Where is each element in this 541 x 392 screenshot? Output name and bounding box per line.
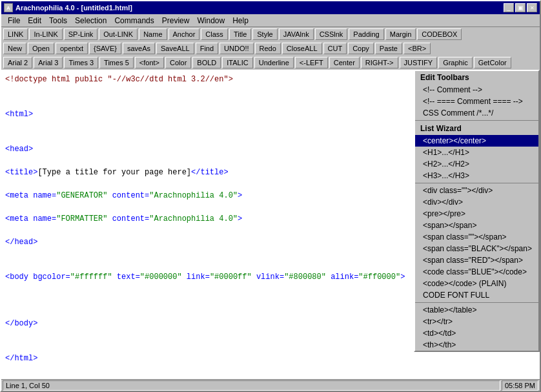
close-button[interactable]: ✕ — [527, 3, 537, 12]
btn-margin[interactable]: Margin — [385, 28, 416, 40]
btn-saveas[interactable]: saveAs — [123, 43, 155, 54]
btn-in-link[interactable]: In-LINK — [29, 28, 62, 40]
btn-style[interactable]: Style — [252, 28, 277, 40]
btn-times3[interactable]: Times 3 — [64, 57, 98, 68]
status-time: 05:58 PM — [502, 380, 538, 391]
menu-commands[interactable]: Commands — [110, 15, 158, 26]
ctx-item-pre[interactable]: <pre></pre> — [415, 208, 538, 220]
ctx-item-code-plain[interactable]: <code></code> (PLAIN) — [415, 278, 538, 289]
btn-bold[interactable]: BOLD — [192, 57, 221, 68]
ctx-item-code-blue[interactable]: <code class="BLUE"></code> — [415, 266, 538, 278]
btn-color[interactable]: Color — [165, 57, 191, 68]
btn-out-link[interactable]: Out-LINK — [99, 28, 138, 40]
btn-times5[interactable]: Times 5 — [99, 57, 134, 68]
btn-arial2[interactable]: Arial 2 — [3, 57, 32, 68]
ctx-item-span[interactable]: <span></span> — [415, 220, 538, 231]
btn-italic[interactable]: ITALIC — [222, 57, 252, 68]
title-bar: A Arachnophilia 4.0 - [untitled1.html] _… — [1, 1, 540, 14]
toolbar-row-2: New Open opentxt {SAVE} saveAs SaveALL F… — [1, 41, 540, 56]
menu-preview[interactable]: Preview — [158, 15, 194, 26]
restore-button[interactable]: ▣ — [515, 3, 526, 12]
menu-edit[interactable]: Edit — [24, 15, 45, 26]
btn-save[interactable]: {SAVE} — [89, 43, 121, 54]
btn-undo[interactable]: UNDO!! — [219, 43, 254, 54]
toolbar-row-1: LINK In-LINK SP-Link Out-LINK Name Ancho… — [1, 27, 540, 41]
btn-javalnk[interactable]: JAVAlnk — [279, 28, 314, 40]
btn-font[interactable]: <font> — [135, 57, 164, 68]
btn-center[interactable]: Center — [329, 57, 360, 68]
ctx-item-h2[interactable]: <H2>...</H2> — [415, 158, 538, 170]
btn-opentxt[interactable]: opentxt — [56, 43, 88, 54]
main-window: A Arachnophilia 4.0 - [untitled1.html] _… — [0, 0, 541, 392]
btn-name[interactable]: Name — [139, 28, 167, 40]
btn-sp-link[interactable]: SP-Link — [64, 28, 98, 40]
menu-help[interactable]: Help — [229, 15, 252, 26]
btn-arial3[interactable]: Arial 3 — [34, 57, 63, 68]
btn-padding[interactable]: Padding — [349, 28, 383, 40]
btn-csslnk[interactable]: CSSlnk — [315, 28, 348, 40]
minimize-button[interactable]: _ — [504, 3, 514, 12]
editor-line-16: </html> — [5, 353, 536, 364]
ctx-item-span-red[interactable]: <span class="RED"></span> — [415, 254, 538, 266]
btn-copy[interactable]: Copy — [348, 43, 374, 54]
ctx-item-css-comment[interactable]: CSS Comment /*...*/ — [415, 107, 538, 119]
btn-saveall[interactable]: SaveALL — [156, 43, 194, 54]
btn-underline[interactable]: Underline — [254, 57, 294, 68]
btn-br[interactable]: <BR> — [403, 43, 431, 54]
ctx-item-tr[interactable]: <tr></tr> — [415, 316, 538, 327]
ctx-item-span-class[interactable]: <span class=""></span> — [415, 231, 538, 243]
status-bar: Line 1, Col 50 05:58 PM — [1, 379, 540, 391]
ctx-sep-3 — [415, 302, 538, 303]
btn-find[interactable]: Find — [196, 43, 218, 54]
btn-left[interactable]: <-LEFT — [295, 57, 328, 68]
menu-file[interactable]: File — [4, 15, 24, 26]
ctx-item-code-font-full[interactable]: CODE FONT FULL — [415, 289, 538, 301]
btn-anchor[interactable]: Anchor — [168, 28, 200, 40]
ctx-item-table[interactable]: <table></table> — [415, 304, 538, 316]
btn-link[interactable]: LINK — [3, 28, 28, 40]
btn-justify[interactable]: JUSTIFY — [400, 57, 438, 68]
menu-selection[interactable]: Selection — [71, 15, 110, 26]
btn-redo[interactable]: Redo — [255, 43, 281, 54]
menu-tools[interactable]: Tools — [45, 15, 71, 26]
ctx-item-span-black[interactable]: <span class="BLACK"></span> — [415, 243, 538, 254]
content-area: <!doctype html public "-//w3c//dtd html … — [1, 70, 540, 379]
ctx-item-div[interactable]: <div></div> — [415, 196, 538, 208]
btn-open[interactable]: Open — [28, 43, 54, 54]
ctx-item-td[interactable]: <td></td> — [415, 327, 538, 339]
ctx-item-comment[interactable]: <!-- Comment --> — [415, 84, 538, 96]
ctx-item-div-class[interactable]: <div class=""></div> — [415, 185, 538, 196]
ctx-sep-2 — [415, 183, 538, 183]
ctx-item-center[interactable]: <center></center> — [415, 135, 538, 147]
ctx-item-h3[interactable]: <H3>...</H3> — [415, 170, 538, 181]
status-line-col: Line 1, Col 50 — [3, 380, 500, 391]
ctx-item-comment-eq[interactable]: <!-- ==== Comment ==== --> — [415, 96, 538, 107]
btn-cut[interactable]: CUT — [323, 43, 347, 54]
toolbar-row-3: Arial 2 Arial 3 Times 3 Times 5 <font> C… — [1, 56, 540, 70]
ctx-sep-1 — [415, 120, 538, 121]
btn-paste[interactable]: Paste — [375, 43, 402, 54]
window-title: Arachnophilia 4.0 - [untitled1.html] — [15, 4, 132, 12]
title-controls: _ ▣ ✕ — [504, 3, 537, 12]
btn-new[interactable]: New — [3, 43, 26, 54]
ctx-section-edit-toolbars: Edit Toolbars — [415, 71, 538, 84]
title-bar-left: A Arachnophilia 4.0 - [untitled1.html] — [4, 3, 132, 12]
btn-closeall[interactable]: CloseALL — [282, 43, 322, 54]
ctx-section-list-wizard: List Wizard — [415, 122, 538, 135]
context-menu: Edit Toolbars <!-- Comment --> <!-- ====… — [414, 70, 540, 352]
btn-class[interactable]: Class — [201, 28, 228, 40]
menu-window[interactable]: Window — [193, 15, 229, 26]
btn-right[interactable]: RIGHT-> — [361, 57, 398, 68]
btn-graphic[interactable]: Graphic — [438, 57, 473, 68]
app-icon: A — [4, 3, 13, 12]
btn-getcolor[interactable]: GetColor — [474, 57, 511, 68]
ctx-item-h1[interactable]: <H1>...</H1> — [415, 147, 538, 158]
ctx-item-th[interactable]: <th></th> — [415, 339, 538, 351]
btn-title[interactable]: Title — [229, 28, 251, 40]
btn-codebox[interactable]: CODEBOX — [417, 28, 462, 40]
menu-bar: File Edit Tools Selection Commands Previ… — [1, 14, 540, 27]
